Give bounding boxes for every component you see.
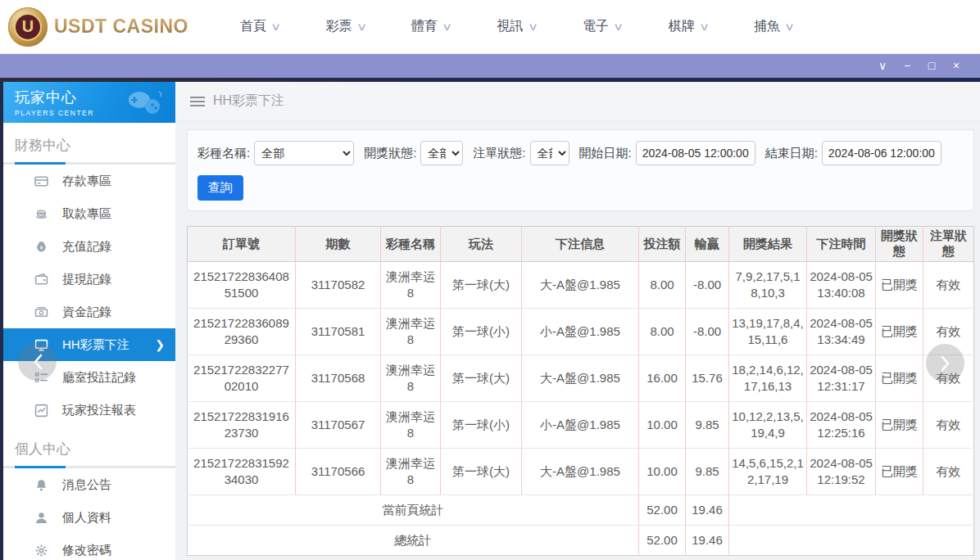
draw-status-select[interactable]: 全部 xyxy=(420,141,463,165)
sidebar-item-withdraw[interactable]: 取款專區 xyxy=(3,197,175,230)
col-header-win_loss: 輸贏 xyxy=(686,227,729,262)
nav-item-lottery[interactable]: 彩票∨ xyxy=(303,18,389,35)
cell-bet_amount: 16.00 xyxy=(639,355,686,402)
sidebar-item-label: 個人資料 xyxy=(62,510,111,526)
col-header-lottery_name: 彩種名稱 xyxy=(381,227,441,262)
cell-order_no: 2152172283191623730 xyxy=(188,402,296,449)
svg-text:¥: ¥ xyxy=(40,245,43,251)
cell-bet_amount: 8.00 xyxy=(639,262,686,309)
minimize-window-icon[interactable]: − xyxy=(895,54,919,78)
brand-logo[interactable]: U USDT CASINO xyxy=(8,7,193,47)
sidebar-item-withdrawal-record[interactable]: 提現記錄 xyxy=(3,263,175,296)
table-row[interactable]: 215217228319162373031170567澳洲幸运8第一球(小)小-… xyxy=(188,402,974,449)
scroll-left-button[interactable] xyxy=(18,342,57,381)
col-header-bet_time: 下注時間 xyxy=(807,227,876,262)
sidebar-item-deposit[interactable]: 存款專區 xyxy=(3,165,175,197)
sidebar-item-label: 取款專區 xyxy=(62,206,111,222)
scroll-right-button[interactable] xyxy=(926,344,964,382)
cell-play_method: 第一球(大) xyxy=(441,262,522,309)
collapse-window-icon[interactable]: ∨ xyxy=(870,54,895,78)
sidebar-item-label: 廳室投註記錄 xyxy=(62,370,136,386)
end-date-label: 結束日期: xyxy=(765,146,818,161)
summary-win-loss: 19.46 xyxy=(686,526,729,556)
cell-bet_info: 小-A盤@1.985 xyxy=(522,309,639,355)
cell-bet_info: 大-A盤@1.985 xyxy=(522,449,639,495)
cell-win_loss: 9.85 xyxy=(686,402,729,449)
summary-empty xyxy=(729,495,974,526)
cell-play_method: 第一球(大) xyxy=(441,449,522,495)
nav-item-home[interactable]: 首頁∨ xyxy=(217,18,303,35)
nav-item-video[interactable]: 視訊∨ xyxy=(474,18,560,35)
sidebar-item-change-password[interactable]: 修改密碼 xyxy=(3,534,175,560)
end-date-input[interactable] xyxy=(822,141,941,165)
cell-draw_result: 14,5,6,15,2,12,17,19 xyxy=(729,449,807,495)
cell-order_no: 2152172283159234030 xyxy=(188,449,296,495)
col-header-bet_amount: 投注額 xyxy=(639,227,686,262)
lottery-name-label: 彩種名稱: xyxy=(197,146,250,161)
cell-bet_amount: 10.00 xyxy=(639,449,686,495)
cell-lottery_name: 澳洲幸运8 xyxy=(381,355,441,402)
sidebar-section-title: 財務中心 xyxy=(3,123,175,155)
sidebar-item-player-bet-report[interactable]: 玩家投注報表 xyxy=(3,394,175,427)
menu-toggle-icon[interactable] xyxy=(190,94,205,109)
person-icon xyxy=(34,511,48,525)
cell-draw_status: 已開獎 xyxy=(876,402,923,449)
table-row[interactable]: 215217228322770201031170568澳洲幸运8第一球(大)大-… xyxy=(188,355,974,402)
sidebar-item-label: 提現記錄 xyxy=(62,272,111,287)
table-row[interactable]: 215217228315923403031170566澳洲幸运8第一球(大)大-… xyxy=(188,449,974,495)
close-window-icon[interactable]: × xyxy=(944,54,969,78)
sidebar-item-label: 修改密碼 xyxy=(62,543,111,558)
summary-row: 當前頁統計52.0019.46 xyxy=(188,495,974,526)
sidebar-item-recharge-record[interactable]: ¥充值記錄 xyxy=(3,230,175,263)
table-row[interactable]: 215217228360892936031170581澳洲幸运8第一球(小)小-… xyxy=(188,309,974,355)
top-header: U USDT CASINO 首頁∨彩票∨體育∨視訊∨電子∨棋牌∨捕魚∨ xyxy=(0,0,980,54)
chevron-down-icon: ∨ xyxy=(699,20,710,33)
player-report-icon xyxy=(34,404,48,418)
sidebar-item-fund-record[interactable]: 資金記錄 xyxy=(3,296,175,328)
sidebar-item-label: HH彩票下注 xyxy=(62,337,129,353)
cell-bet_time: 2024-08-05 13:34:49 xyxy=(807,309,876,355)
cell-period: 31170582 xyxy=(296,262,381,309)
chevron-left-icon xyxy=(31,353,44,371)
sidebar-item-announcements[interactable]: 消息公告 xyxy=(3,468,175,501)
cell-draw_result: 18,2,14,6,12,17,16,13 xyxy=(729,355,807,402)
sidebar-item-label: 玩家投注報表 xyxy=(62,403,136,418)
search-button[interactable]: 查詢 xyxy=(197,175,243,201)
withdraw-icon xyxy=(34,207,48,221)
nav-item-chess[interactable]: 棋牌∨ xyxy=(646,18,732,35)
cell-order_status: 有效 xyxy=(923,449,974,495)
cell-order_no: 2152172283640851500 xyxy=(188,262,296,309)
cell-draw_status: 已開獎 xyxy=(876,309,923,355)
maximize-window-icon[interactable]: □ xyxy=(919,54,944,78)
bets-table-panel: 訂單號期數彩種名稱玩法下注信息投注額輸贏開獎結果下注時間開獎狀態注單狀態2152… xyxy=(187,226,974,556)
cell-win_loss: 15.76 xyxy=(686,355,729,402)
cell-draw_result: 10,12,2,13,5,19,4,9 xyxy=(729,402,807,449)
start-date-input[interactable] xyxy=(636,141,755,165)
lottery-name-select[interactable]: 全部 xyxy=(254,141,354,165)
nav-item-electronic[interactable]: 電子∨ xyxy=(560,18,646,35)
col-header-order_status: 注單狀態 xyxy=(923,227,974,262)
summary-empty xyxy=(729,526,974,556)
order-status-select[interactable]: 全部 xyxy=(530,141,569,165)
cell-bet_time: 2024-08-05 12:25:16 xyxy=(807,402,876,449)
cell-draw_result: 13,19,17,8,4,15,11,6 xyxy=(729,309,807,355)
sidebar-section-title: 個人中心 xyxy=(3,427,175,458)
start-date-label: 開始日期: xyxy=(579,146,632,161)
brand-logo-letter: U xyxy=(14,13,42,41)
col-header-draw_status: 開獎狀態 xyxy=(876,227,923,262)
cell-lottery_name: 澳洲幸运8 xyxy=(381,449,441,495)
nav-item-fishing[interactable]: 捕魚∨ xyxy=(731,18,817,35)
cell-bet_time: 2024-08-05 13:40:08 xyxy=(807,262,876,309)
brand-logo-icon: U xyxy=(8,7,48,47)
nav-item-sports[interactable]: 體育∨ xyxy=(388,18,474,35)
sidebar-item-profile[interactable]: 個人資料 xyxy=(3,501,175,534)
table-row[interactable]: 215217228364085150031170582澳洲幸运8第一球(大)大-… xyxy=(188,262,974,309)
nav-item-label: 棋牌 xyxy=(669,18,695,35)
sidebar-item-label: 充值記錄 xyxy=(62,239,111,255)
filter-panel: 彩種名稱: 全部 開獎狀態: 全部 注單狀態: 全部 開始日期: 結束日期: 查… xyxy=(187,129,974,211)
bell-icon xyxy=(34,478,48,492)
chevron-down-icon: ∨ xyxy=(528,20,538,33)
col-header-order_no: 訂單號 xyxy=(188,227,296,262)
fund-record-icon xyxy=(34,305,48,319)
nav-item-label: 捕魚 xyxy=(754,18,780,35)
